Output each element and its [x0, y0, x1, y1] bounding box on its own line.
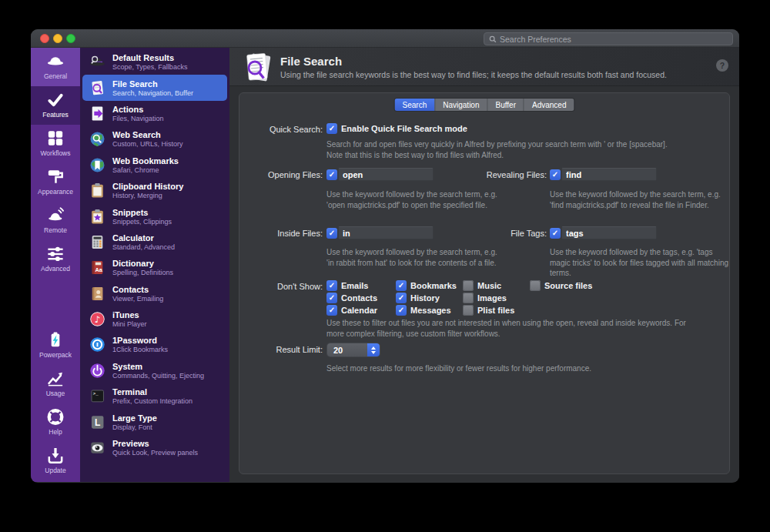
power-icon — [89, 362, 106, 380]
keyhole-icon — [89, 336, 106, 353]
quick-search-checkbox[interactable]: Enable Quick File Search mode — [326, 123, 467, 134]
inside-files-label: Inside Files: — [239, 229, 323, 238]
paint-roller-icon — [45, 167, 65, 186]
nav-item-appearance[interactable]: Appearance — [31, 163, 80, 202]
nav-item-features[interactable]: Features — [31, 86, 80, 125]
filter-music-checkbox[interactable]: Music — [463, 280, 501, 291]
checkbox-icon — [463, 305, 474, 316]
result-limit-stepper[interactable]: 20 — [327, 343, 380, 356]
filter-calendar-checkbox[interactable]: Calendar — [326, 305, 377, 316]
preferences-search-field[interactable] — [484, 32, 733, 45]
file-tags-keyword-input[interactable] — [561, 226, 657, 239]
zoom-button[interactable] — [66, 34, 75, 43]
sidebar-item-terminal[interactable]: >_ Terminal Prefix, Custom Integration — [80, 383, 229, 409]
titlebar[interactable] — [31, 29, 739, 48]
filter-emails-checkbox[interactable]: Emails — [326, 280, 368, 291]
inside-files-keyword-input[interactable] — [338, 226, 434, 239]
stepper-arrows-icon[interactable] — [367, 343, 380, 356]
file-tags-checkbox[interactable] — [550, 228, 561, 239]
file-tags-label: File Tags: — [463, 229, 547, 238]
inside-files-checkbox[interactable] — [326, 228, 337, 239]
nav-item-help[interactable]: Help — [31, 403, 80, 442]
tab-search[interactable]: Search — [395, 99, 435, 111]
help-button[interactable]: ? — [716, 59, 728, 72]
quick-search-label: Quick Search: — [239, 125, 323, 134]
sidebar-item-system[interactable]: System Commands, Quitting, Ejecting — [80, 358, 229, 383]
bowler-hat-icon — [45, 52, 65, 71]
revealing-files-checkbox[interactable] — [550, 169, 561, 180]
sidebar-item-calculator[interactable]: Calculator Standard, Advanced — [80, 229, 229, 255]
opening-files-keyword-input[interactable] — [338, 168, 434, 181]
nav-item-update[interactable]: Update — [31, 442, 80, 480]
checkbox-icon — [396, 293, 407, 303]
minimize-button[interactable] — [53, 34, 62, 43]
checkbox-icon — [326, 228, 337, 239]
document-arrow-icon — [89, 105, 106, 122]
tab-advanced[interactable]: Advanced — [524, 99, 574, 111]
sidebar-item-previews[interactable]: Previews Quick Look, Preview panels — [80, 435, 229, 460]
filter-bookmarks-checkbox[interactable]: Bookmarks — [396, 280, 457, 291]
checkbox-icon — [396, 280, 407, 291]
filter-contacts-checkbox[interactable]: Contacts — [326, 293, 377, 303]
sidebar-item-file-search[interactable]: File Search Search, Navigation, Buffer — [82, 75, 227, 100]
music-note-icon: ♪ — [89, 310, 106, 328]
filter-plist-files-checkbox[interactable]: Plist files — [463, 305, 514, 316]
alfred-preferences-window: General Features Workflows — [31, 29, 739, 483]
sidebar-item-actions[interactable]: Actions Files, Navigation — [80, 101, 229, 126]
page-title: File Search — [280, 55, 342, 68]
nav-strip-bottom: Powerpack Help Usage — [31, 326, 80, 480]
filter-messages-checkbox[interactable]: Messages — [396, 305, 451, 316]
eye-icon — [89, 439, 106, 457]
lifebuoy-icon — [45, 407, 65, 427]
checkbox-icon — [326, 169, 337, 180]
checkbox-icon — [463, 293, 474, 303]
result-limit-label: Result Limit: — [239, 345, 323, 354]
sidebar-item-contacts[interactable]: Contacts Viewer, Emailing — [80, 281, 229, 306]
svg-text:Aa: Aa — [95, 266, 103, 273]
large-type-icon: L — [89, 413, 106, 431]
search-icon — [489, 35, 497, 43]
sliders-icon — [45, 244, 65, 263]
file-tags-help: Use the keyword followed by the tags, e.… — [550, 247, 728, 279]
tab-navigation[interactable]: Navigation — [434, 99, 487, 111]
sidebar-item-clipboard-history[interactable]: Clipboard History History, Merging — [80, 178, 229, 203]
tab-buffer[interactable]: Buffer — [487, 99, 524, 111]
checkbox-icon — [326, 123, 337, 134]
sidebar-item-snippets[interactable]: Snippets Snippets, Clippings — [80, 203, 229, 229]
checkbox-icon — [550, 169, 561, 180]
opening-files-help: Use the keyword followed by the search t… — [326, 189, 504, 210]
search-input[interactable] — [500, 35, 728, 44]
bowler-hat-loupe-icon — [89, 53, 106, 71]
nav-item-workflows[interactable]: Workflows — [31, 125, 80, 163]
filter-source-files-checkbox[interactable]: Source files — [530, 280, 592, 291]
nav-item-usage[interactable]: Help Usage — [31, 365, 80, 403]
features-sidebar: Default Results Scope, Types, Fallbacks — [80, 48, 229, 482]
filter-images-checkbox[interactable]: Images — [463, 293, 507, 303]
dont-show-label: Don't Show: — [239, 282, 323, 291]
svg-text:L: L — [95, 417, 100, 428]
close-button[interactable] — [40, 34, 49, 43]
sidebar-item-itunes[interactable]: ♪ iTunes Mini Player — [80, 306, 229, 332]
revealing-files-label: Revealing Files: — [463, 170, 547, 179]
sidebar-item-default-results[interactable]: Default Results Scope, Types, Fallbacks — [80, 49, 229, 75]
nav-item-remote[interactable]: Remote — [31, 202, 80, 240]
nav-item-powerpack[interactable]: Powerpack — [31, 326, 80, 365]
sidebar-item-dictionary[interactable]: Aa Dictionary Spelling, Definitions — [80, 255, 229, 280]
sidebar-item-large-type[interactable]: L Large Type Display, Font — [80, 409, 229, 434]
filter-history-checkbox[interactable]: History — [396, 293, 440, 303]
revealing-files-keyword-input[interactable] — [561, 168, 657, 181]
document-loupe-icon — [89, 79, 106, 97]
svg-text:♪: ♪ — [95, 314, 100, 325]
page-header: File Search Using the file search keywor… — [229, 48, 739, 86]
checkbox-icon — [326, 280, 337, 291]
opening-files-checkbox[interactable] — [326, 169, 337, 180]
revealing-files-help: Use the keyword followed by the search t… — [550, 189, 728, 210]
sidebar-item-web-bookmarks[interactable]: Web Bookmarks Safari, Chrome — [80, 152, 229, 178]
calculator-icon — [89, 233, 106, 251]
sidebar-item-web-search[interactable]: Web Search Custom, URLs, History — [80, 126, 229, 152]
result-limit-value: 20 — [327, 343, 367, 356]
nav-item-advanced[interactable]: Advanced — [31, 240, 80, 279]
result-limit-help: Select more results for more flexibility… — [326, 363, 688, 374]
nav-item-general[interactable]: General — [31, 48, 80, 86]
sidebar-item-1password[interactable]: 1Password 1Click Bookmarks — [80, 332, 229, 357]
